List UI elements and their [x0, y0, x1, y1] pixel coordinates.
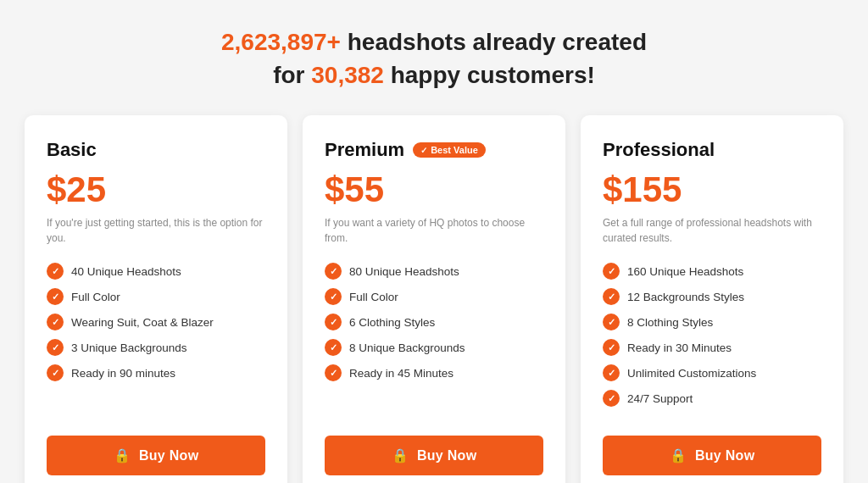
list-item: ✓8 Clothing Styles	[603, 314, 821, 330]
list-item: ✓Ready in 45 Minutes	[325, 364, 543, 381]
plans-container: Basic $25 If you're just getting started…	[19, 115, 849, 483]
check-icon: ✓	[47, 339, 64, 356]
page-header: 2,623,897+ headshots already created for…	[221, 25, 647, 92]
check-icon: ✓	[603, 390, 620, 407]
plan-card-professional: Professional $155 Get a full range of pr…	[581, 115, 843, 483]
check-icon: ✓	[325, 339, 342, 356]
check-icon: ✓	[47, 288, 64, 305]
lock-icon: 🔒	[670, 447, 687, 464]
buy-now-button-professional[interactable]: 🔒 Buy Now	[603, 436, 821, 475]
check-icon: ✓	[325, 314, 342, 330]
list-item: ✓Unlimited Customizations	[603, 364, 821, 381]
check-icon: ✓	[47, 364, 64, 381]
plan-name-professional: Professional	[603, 139, 715, 161]
list-item: ✓Full Color	[325, 288, 543, 305]
header-title: 2,623,897+ headshots already created for…	[221, 25, 647, 92]
check-icon: ✓	[603, 364, 620, 381]
check-icon: ✓	[325, 263, 342, 280]
header-line1-suffix: headshots already created	[341, 29, 647, 55]
list-item: ✓6 Clothing Styles	[325, 314, 543, 330]
plan-price-professional: $155	[603, 169, 821, 210]
plan-title-row-professional: Professional	[603, 139, 821, 161]
list-item: ✓12 Backgrounds Styles	[603, 288, 821, 305]
plan-price-basic: $25	[47, 169, 265, 210]
plan-title-row-premium: Premium ✓ Best Value	[325, 139, 543, 161]
check-icon: ✓	[325, 288, 342, 305]
list-item: ✓160 Unique Headshots	[603, 263, 821, 280]
list-item: ✓Full Color	[47, 288, 265, 305]
check-icon: ✓	[47, 314, 64, 330]
list-item: ✓3 Unique Backgrounds	[47, 339, 265, 356]
plan-description-premium: If you want a variety of HQ photos to ch…	[325, 215, 543, 246]
lock-icon: 🔒	[392, 447, 409, 464]
lock-icon: 🔒	[114, 447, 131, 464]
customers-count: 30,382	[311, 62, 384, 88]
headshots-count: 2,623,897+	[221, 29, 341, 55]
list-item: ✓24/7 Support	[603, 390, 821, 407]
check-icon: ✓	[603, 339, 620, 356]
badge-check-icon: ✓	[420, 146, 427, 155]
check-icon: ✓	[603, 263, 620, 280]
list-item: ✓Ready in 90 minutes	[47, 364, 265, 381]
plan-title-row-basic: Basic	[47, 139, 265, 161]
list-item: ✓40 Unique Headshots	[47, 263, 265, 280]
plan-card-premium: Premium ✓ Best Value $55 If you want a v…	[303, 115, 565, 483]
list-item: ✓8 Unique Backgrounds	[325, 339, 543, 356]
check-icon: ✓	[603, 288, 620, 305]
list-item: ✓80 Unique Headshots	[325, 263, 543, 280]
list-item: ✓Ready in 30 Minutes	[603, 339, 821, 356]
check-icon: ✓	[47, 263, 64, 280]
check-icon: ✓	[603, 314, 620, 330]
plan-name-premium: Premium	[325, 139, 404, 161]
plan-name-basic: Basic	[47, 139, 97, 161]
check-icon: ✓	[325, 364, 342, 381]
header-line2-prefix: for	[273, 62, 311, 88]
plan-price-premium: $55	[325, 169, 543, 210]
buy-now-button-basic[interactable]: 🔒 Buy Now	[47, 436, 265, 475]
plan-card-basic: Basic $25 If you're just getting started…	[25, 115, 287, 483]
best-value-badge: ✓ Best Value	[413, 142, 486, 158]
list-item: ✓Wearing Suit, Coat & Blazer	[47, 314, 265, 330]
features-list-professional: ✓160 Unique Headshots ✓12 Backgrounds St…	[603, 263, 821, 415]
buy-now-button-premium[interactable]: 🔒 Buy Now	[325, 436, 543, 475]
features-list-basic: ✓40 Unique Headshots ✓Full Color ✓Wearin…	[47, 263, 265, 415]
plan-description-basic: If you're just getting started, this is …	[47, 215, 265, 246]
plan-description-professional: Get a full range of professional headsho…	[603, 215, 821, 246]
header-line2-suffix: happy customers!	[384, 62, 595, 88]
features-list-premium: ✓80 Unique Headshots ✓Full Color ✓6 Clot…	[325, 263, 543, 415]
